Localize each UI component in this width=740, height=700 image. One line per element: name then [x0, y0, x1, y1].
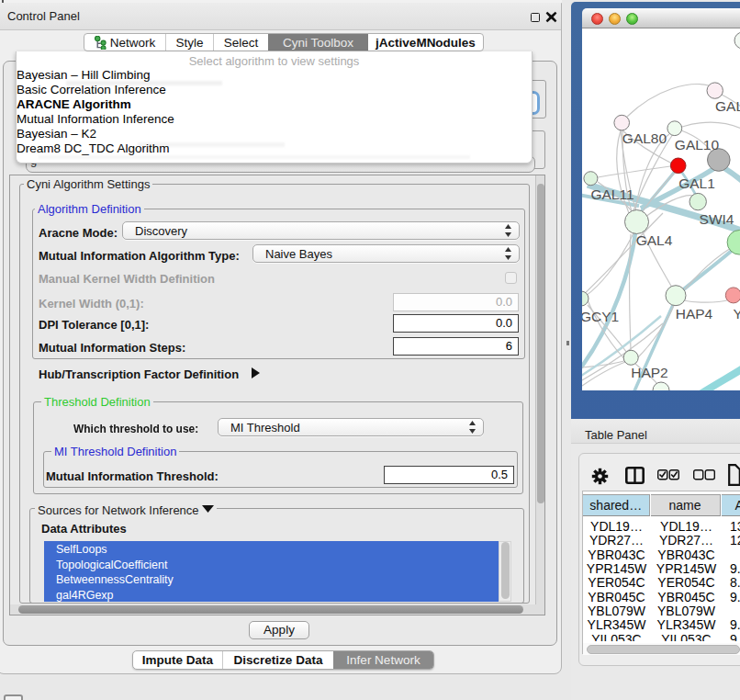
svg-text:GAL80: GAL80 — [622, 130, 667, 146]
svg-text:SWI4: SWI4 — [700, 211, 734, 227]
svg-text:GAL1: GAL1 — [678, 175, 715, 191]
svg-text:GAL11: GAL11 — [590, 186, 633, 202]
svg-text:HAP4: HAP4 — [676, 306, 713, 322]
svg-text:GCY1: GCY1 — [582, 309, 619, 324]
svg-text:Y: Y — [734, 306, 740, 322]
svg-text:HAP2: HAP2 — [631, 365, 668, 380]
svg-text:GAL2: GAL2 — [715, 98, 740, 114]
svg-text:GAL10: GAL10 — [675, 137, 720, 152]
svg-text:GAL4: GAL4 — [636, 232, 673, 248]
